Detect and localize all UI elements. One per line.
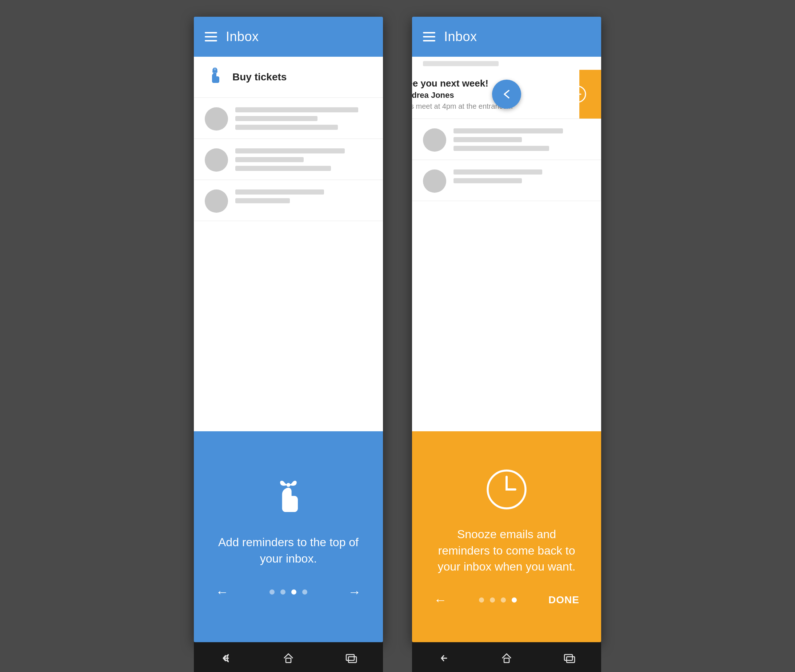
email-lines-1 <box>235 106 372 130</box>
left-app-title: Inbox <box>226 29 259 44</box>
right-feature-text: Snooze emails and reminders to come back… <box>430 526 583 575</box>
right-avatar-2 <box>423 170 446 193</box>
line <box>235 107 358 112</box>
left-next-button[interactable]: → <box>348 584 361 600</box>
line <box>235 116 317 121</box>
main-container: Inbox <box>0 0 795 672</box>
recents-nav-icon[interactable] <box>344 651 358 669</box>
line <box>235 157 304 162</box>
email-lines-2 <box>235 147 372 171</box>
line <box>235 148 345 154</box>
rdot-1 <box>479 597 484 603</box>
left-nav-row: ← → <box>212 584 365 600</box>
left-feature-text: Add reminders to the top of your inbox. <box>212 534 365 567</box>
feature-snooze-icon <box>483 466 530 513</box>
right-bottom-panel: Snooze emails and reminders to come back… <box>412 431 601 642</box>
dot-2 <box>280 589 285 595</box>
dot-4 <box>302 589 307 595</box>
right-recents-nav-icon[interactable] <box>562 651 577 669</box>
line <box>454 146 549 151</box>
right-app-title: Inbox <box>444 29 477 44</box>
swipe-email-preview: let's meet at 4pm at the entrance... <box>412 102 568 110</box>
right-hamburger-icon[interactable] <box>423 32 435 42</box>
left-dots <box>269 589 307 595</box>
reminder-item[interactable]: Buy tickets <box>194 57 383 98</box>
hamburger-icon[interactable] <box>205 32 217 42</box>
swipe-email-subject: See you next week! <box>412 78 568 89</box>
right-app-bar: Inbox <box>412 17 601 57</box>
left-android-nav <box>194 642 383 672</box>
right-avatar-1 <box>423 128 446 152</box>
avatar-1 <box>205 107 228 131</box>
back-fab-button[interactable] <box>492 80 521 109</box>
left-prev-button[interactable]: ← <box>216 584 229 600</box>
right-screen: Inbox <box>412 17 601 642</box>
line <box>235 189 324 195</box>
svg-rect-9 <box>566 657 574 662</box>
left-content-area: Buy tickets <box>194 57 383 431</box>
svg-point-1 <box>286 483 291 487</box>
swipe-email-sender: Andrea Jones <box>412 91 568 100</box>
rdot-2 <box>490 597 495 603</box>
email-item-3[interactable] <box>194 180 383 221</box>
left-phone-screen: Inbox <box>194 17 383 672</box>
dot-3 <box>291 589 296 595</box>
right-content-area: See you next week! Andrea Jones let's me… <box>412 57 601 431</box>
right-prev-button[interactable]: ← <box>434 592 447 608</box>
left-bottom-panel: Add reminders to the top of your inbox. … <box>194 431 383 642</box>
email-item-2[interactable] <box>194 139 383 180</box>
svg-rect-4 <box>349 657 357 662</box>
right-email-item-1[interactable] <box>412 119 601 160</box>
done-button[interactable]: DONE <box>549 594 579 606</box>
scroll-hint <box>423 61 499 66</box>
right-email-lines-1 <box>454 127 590 151</box>
right-home-nav-icon[interactable] <box>499 651 514 669</box>
right-back-nav-icon[interactable] <box>437 651 451 669</box>
dot-1 <box>269 589 275 595</box>
line <box>454 178 522 183</box>
swipe-email-item[interactable]: See you next week! Andrea Jones let's me… <box>412 70 601 119</box>
svg-rect-8 <box>565 654 573 660</box>
reminder-title: Buy tickets <box>232 71 286 83</box>
right-email-item-2[interactable] <box>412 160 601 201</box>
email-lines-3 <box>235 188 372 203</box>
line <box>454 128 563 133</box>
left-screen: Inbox <box>194 17 383 642</box>
reminder-hand-icon <box>205 67 225 87</box>
right-phone-screen: Inbox <box>412 17 601 672</box>
line <box>454 170 542 174</box>
avatar-3 <box>205 189 228 213</box>
right-dots <box>479 597 517 603</box>
feature-reminder-icon <box>265 474 312 521</box>
right-android-nav <box>412 642 601 672</box>
screens-wrapper: Inbox <box>194 17 601 672</box>
email-item-1[interactable] <box>194 98 383 139</box>
line <box>235 125 338 130</box>
svg-rect-7 <box>504 658 509 662</box>
svg-rect-2 <box>286 658 291 662</box>
home-nav-icon[interactable] <box>281 651 296 669</box>
line <box>235 198 290 203</box>
right-nav-row: ← DONE <box>430 592 583 608</box>
line <box>454 137 522 142</box>
right-email-lines-2 <box>454 168 590 183</box>
back-nav-icon[interactable] <box>218 651 233 669</box>
svg-rect-3 <box>346 654 354 660</box>
line <box>235 166 331 171</box>
left-app-bar: Inbox <box>194 17 383 57</box>
rdot-4 <box>512 597 517 603</box>
avatar-2 <box>205 148 228 172</box>
rdot-3 <box>501 597 506 603</box>
